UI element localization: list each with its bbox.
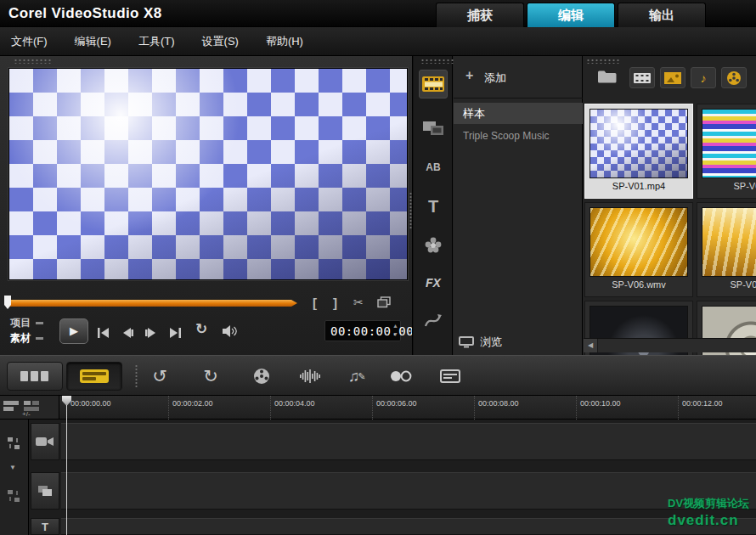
mode-project-button[interactable]: 项目 xyxy=(10,316,43,330)
timeline-view-button[interactable] xyxy=(66,362,122,391)
clip-sp-v01[interactable]: SP-V01.mp4 xyxy=(584,104,693,199)
timecode-spinner[interactable]: ▲ ▼ xyxy=(392,322,398,339)
menu-file[interactable]: 文件(F) xyxy=(11,34,48,49)
preview-drag-grip xyxy=(14,59,53,64)
library-scrollbar[interactable]: ◀ xyxy=(584,338,756,352)
timeline-view-icon xyxy=(80,369,109,384)
ruler-tick: 00:00:04.00 xyxy=(270,396,372,420)
library-drag-grip xyxy=(420,59,454,64)
next-frame-button[interactable] xyxy=(144,326,158,341)
panel-splitter-grip[interactable] xyxy=(409,192,414,229)
pencil-icon: ✎ xyxy=(358,371,365,382)
storyboard-view-button[interactable] xyxy=(7,362,63,391)
play-button[interactable]: ▶ xyxy=(59,318,88,344)
overlay-track-header[interactable] xyxy=(31,472,59,510)
redo-button[interactable]: ↻ xyxy=(197,364,224,388)
menu-help[interactable]: 帮助(H) xyxy=(266,34,303,49)
collapse-track-button[interactable]: ▼ xyxy=(9,464,16,471)
audio-mixer-button[interactable] xyxy=(297,364,324,388)
filter-audio-button[interactable]: ♪ xyxy=(691,67,716,88)
tab-edit[interactable]: 编辑 xyxy=(527,3,615,27)
video-track-lane[interactable] xyxy=(61,423,756,460)
tab-capture[interactable]: 捕获 xyxy=(436,3,524,27)
library-subtitle-button[interactable]: T xyxy=(419,192,448,221)
record-capture-button[interactable] xyxy=(387,364,415,388)
video-track-header[interactable] xyxy=(31,423,59,460)
filter-photo-button[interactable] xyxy=(660,67,685,88)
category-triple-scoop[interactable]: Triple Scoop Music xyxy=(454,127,583,145)
preview-video[interactable] xyxy=(8,68,408,280)
ruler-tick: 00:00:00.00 xyxy=(66,396,168,420)
filter-video-button[interactable] xyxy=(629,67,655,88)
menu-edit[interactable]: 编辑(E) xyxy=(75,34,111,49)
clip-sp-v01-caption: SP-V01.mp4 xyxy=(585,181,692,191)
timeline-ruler[interactable]: 00:00:00.00 00:00:02.00 00:00:04.00 00:0… xyxy=(59,396,756,420)
go-to-start-button[interactable] xyxy=(97,326,110,341)
browse-button[interactable]: 浏览 xyxy=(459,333,583,352)
clip-sp-v07-caption: SP-V07.w xyxy=(697,279,756,290)
swap-overlay-button[interactable] xyxy=(7,489,20,506)
library-transitions-button[interactable] xyxy=(419,114,448,143)
filter-all-media-button[interactable] xyxy=(721,67,747,88)
go-to-end-button[interactable] xyxy=(168,326,182,341)
subtitle-editor-icon xyxy=(440,369,460,383)
sound-mixer-button[interactable] xyxy=(248,364,275,388)
speaker-icon xyxy=(223,325,239,337)
spinner-up-icon: ▲ xyxy=(392,322,398,330)
import-media-button[interactable] xyxy=(597,69,618,87)
ruler-tick: 00:00:10.00 xyxy=(576,396,678,420)
library-graphics-button[interactable] xyxy=(419,231,448,260)
overlay-track-lane[interactable] xyxy=(61,472,756,510)
play-icon: ▶ xyxy=(70,324,78,337)
track-add-remove-label[interactable]: +/- xyxy=(22,410,31,418)
filter-photo-icon xyxy=(664,72,681,84)
library-media-button[interactable] xyxy=(419,70,448,99)
split-clip-button[interactable]: ✂ xyxy=(353,296,364,309)
add-folder-button[interactable]: 添加 xyxy=(484,70,506,86)
record-capture-icon xyxy=(389,369,413,383)
copy-frames-icon xyxy=(377,296,391,308)
mode-clip-indicator xyxy=(36,337,43,340)
category-samples[interactable]: 样本 xyxy=(454,103,583,124)
trim-bar[interactable] xyxy=(8,300,297,307)
toolbar-grip xyxy=(134,364,139,388)
chevron-down-icon: ▼ xyxy=(9,464,16,471)
library-title-ab-button[interactable]: AB xyxy=(419,153,448,182)
repeat-button[interactable]: ↻ xyxy=(195,320,207,338)
auto-music-button[interactable]: ♫ ✎ xyxy=(343,364,370,388)
menu-tools[interactable]: 工具(T) xyxy=(138,34,175,49)
timecode-display[interactable]: 00:00:00.00 ▲ ▼ xyxy=(324,320,401,341)
clip-sp-v06[interactable]: SP-V06.wmv xyxy=(584,202,693,297)
swap-tracks-button[interactable] xyxy=(7,436,20,453)
clip-sp-v01-thumbnail xyxy=(590,109,688,178)
tab-edit-label: 编辑 xyxy=(558,8,584,22)
clip-sp-v07[interactable]: SP-V07.w xyxy=(697,202,756,297)
enlarge-preview-button[interactable] xyxy=(377,296,391,311)
previous-frame-button[interactable] xyxy=(121,326,134,341)
library-thumbnails: ♪ SP-V01.mp4 SP-V02. SP-V06.wmv SP-V07.w xyxy=(584,56,756,355)
scrubber-handle[interactable] xyxy=(4,296,11,309)
mode-clip-button[interactable]: 素材 xyxy=(10,331,43,346)
title-track-lane[interactable] xyxy=(61,518,756,535)
clip-sp-v02[interactable]: SP-V02. xyxy=(697,104,756,199)
timeline-toolbar: ↺ ↻ ♫ ✎ xyxy=(0,355,756,396)
menu-settings[interactable]: 设置(S) xyxy=(202,34,239,49)
mark-out-button[interactable]: ] xyxy=(333,296,337,310)
tab-share[interactable]: 输出 xyxy=(618,3,706,27)
fx-icon: FX xyxy=(426,276,441,290)
library-motion-path-button[interactable] xyxy=(419,306,448,335)
mark-in-button[interactable]: [ xyxy=(313,296,317,310)
subtitle-editor-button[interactable] xyxy=(437,364,464,388)
ruler-tick: 00:00:02.00 xyxy=(168,396,270,420)
undo-button[interactable]: ↺ xyxy=(146,364,173,388)
volume-button[interactable] xyxy=(223,325,239,341)
title-t-icon: T xyxy=(428,197,438,217)
title-track-header[interactable]: T xyxy=(31,518,59,535)
plus-icon: + xyxy=(465,68,473,83)
library-filters-button[interactable]: FX xyxy=(419,268,448,297)
timecode-value: 00:00:00.00 xyxy=(330,324,413,338)
thumbs-drag-grip xyxy=(586,59,620,64)
playback-controls: 项目 素材 ▶ ↻ 00:00:00.00 ▲ xyxy=(0,313,413,353)
track-manager-button[interactable] xyxy=(3,399,19,414)
scroll-left-button[interactable]: ◀ xyxy=(584,339,598,352)
